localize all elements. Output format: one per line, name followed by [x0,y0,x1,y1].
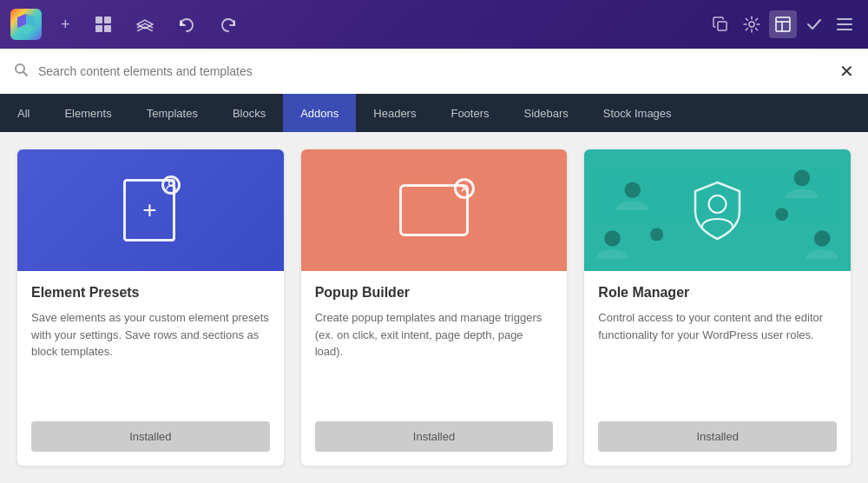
role-manager-icon [687,175,748,245]
undo-button[interactable] [173,11,201,37]
user-badge-icon [161,175,181,195]
check-button[interactable] [800,10,828,38]
addon-card-popup-builder: Popup Builder Create popup templates and… [301,149,568,466]
card-body-role-manager: Role Manager Control access to your cont… [584,271,851,466]
svg-point-16 [794,170,811,187]
shield-user-icon [689,178,746,243]
svg-rect-4 [104,25,111,32]
card-desc-role-manager: Control access to your content and the e… [598,309,837,407]
card-title-element-presets: Element Presets [31,285,270,301]
addon-card-role-manager: Role Manager Control access to your cont… [584,149,851,466]
plus-icon: + [142,198,156,222]
tab-all[interactable]: All [0,94,47,132]
svg-rect-3 [95,25,102,32]
svg-line-11 [23,72,27,76]
add-button[interactable]: + [56,10,76,39]
search-bar: ✕ [0,49,868,94]
search-icon [14,63,28,80]
main-content: + Element Presets Save elements as your … [0,132,868,483]
tab-templates[interactable]: Templates [129,94,215,132]
card-body-popup-builder: Popup Builder Create popup templates and… [301,271,568,466]
layers-button[interactable] [131,12,159,36]
app-logo[interactable] [10,9,42,40]
install-button-element-presets[interactable]: Installed [31,421,270,452]
svg-rect-2 [104,17,111,23]
svg-point-19 [651,228,664,241]
element-presets-icon: + [120,175,181,245]
install-button-popup-builder[interactable]: Installed [315,421,554,452]
close-badge-icon [454,178,475,199]
card-title-role-manager: Role Manager [598,285,837,301]
card-body-element-presets: Element Presets Save elements as your cu… [17,271,284,466]
svg-point-20 [776,208,789,221]
card-image-role-manager [584,149,851,271]
layout-button[interactable] [89,10,117,38]
svg-point-21 [709,195,727,213]
tab-sidebars[interactable]: Sidebars [507,94,586,132]
card-desc-element-presets: Save elements as your custom element pre… [31,309,270,407]
svg-rect-5 [718,22,727,30]
tab-addons[interactable]: Addons [283,94,356,132]
search-input[interactable] [38,64,829,78]
template-button[interactable] [769,10,797,38]
card-image-popup-builder [301,149,568,271]
svg-rect-1 [95,17,102,23]
tab-blocks[interactable]: Blocks [215,94,283,132]
card-desc-popup-builder: Create popup templates and manage trigge… [315,309,554,407]
close-button[interactable]: ✕ [839,61,854,82]
svg-point-15 [625,182,641,198]
svg-point-6 [749,22,754,27]
svg-rect-7 [776,17,790,31]
hamburger-icon [837,18,852,30]
tab-stock-images[interactable]: Stock Images [586,94,689,132]
menu-button[interactable] [832,13,858,36]
card-image-element-presets: + [17,149,284,271]
tab-elements[interactable]: Elements [47,94,128,132]
tab-footers[interactable]: Footers [433,94,506,132]
duplicate-button[interactable] [707,10,734,38]
top-navigation: + [0,0,868,49]
card-title-popup-builder: Popup Builder [315,285,554,301]
category-tabs: All Elements Templates Blocks Addons Hea… [0,94,868,132]
install-button-role-manager[interactable]: Installed [598,421,837,452]
popup-builder-icon [395,180,473,241]
svg-point-17 [605,230,621,247]
addon-card-element-presets: + Element Presets Save elements as your … [17,149,284,466]
redo-button[interactable] [214,11,242,37]
svg-point-12 [169,182,174,186]
tab-headers[interactable]: Headers [356,94,433,132]
svg-point-18 [814,230,831,247]
settings-button[interactable] [738,10,766,38]
